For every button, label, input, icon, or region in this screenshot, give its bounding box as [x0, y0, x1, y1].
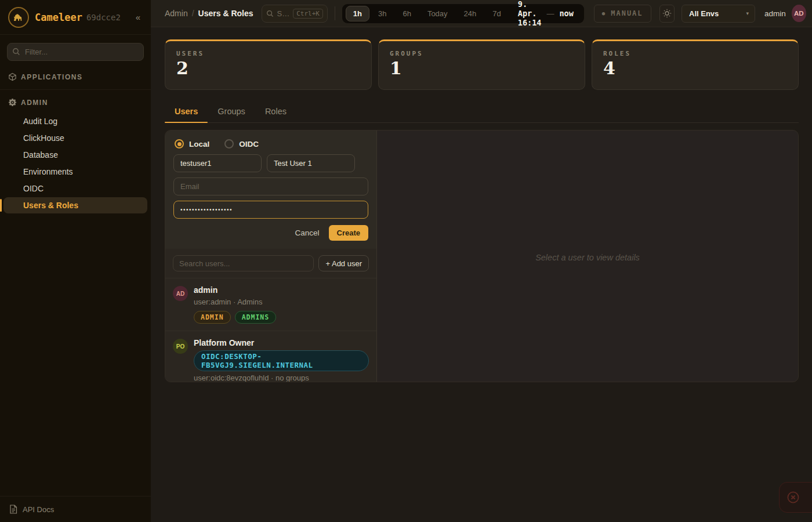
- theme-toggle-button[interactable]: [659, 5, 675, 23]
- main-area: Admin / Users & Roles S… Ctrl+K 1h 3h 6h…: [151, 0, 812, 522]
- status-dot-icon: ●: [602, 10, 606, 16]
- radio-oidc-label: OIDC: [239, 140, 259, 148]
- stat-label: USERS: [176, 50, 360, 57]
- build-hash: 69dcce2: [86, 13, 133, 22]
- users-list-pane: Local OIDC: [165, 130, 377, 382]
- time-range-1h[interactable]: 1h: [346, 6, 369, 21]
- stat-label: GROUPS: [390, 50, 574, 57]
- radio-oidc[interactable]: OIDC: [224, 139, 259, 148]
- time-to: now: [559, 9, 573, 18]
- tabs: Users Groups Roles: [165, 102, 799, 123]
- document-icon: [9, 505, 17, 514]
- user-row-body: Platform Owner OIDC:DESKTOP-FB5VGJ9.SIEG…: [194, 338, 369, 382]
- breadcrumb-separator: /: [192, 9, 194, 18]
- sidebar-item-environments[interactable]: Environments: [3, 164, 147, 180]
- stat-card-users: USERS 2: [165, 39, 372, 90]
- tab-users[interactable]: Users: [165, 102, 208, 122]
- users-panel: Local OIDC: [165, 130, 799, 382]
- tab-roles[interactable]: Roles: [255, 102, 296, 122]
- add-user-button[interactable]: + Add user: [318, 255, 369, 271]
- time-range-24h[interactable]: 24h: [456, 6, 484, 21]
- breadcrumb-page: Users & Roles: [198, 9, 253, 18]
- current-user-name: admin: [764, 9, 786, 18]
- badge-row: ADMIN ADMINS: [194, 311, 276, 324]
- tab-groups[interactable]: Groups: [208, 102, 255, 122]
- display-name-field[interactable]: [267, 154, 355, 172]
- name-fields-row: [173, 154, 368, 172]
- sidebar-collapse-icon[interactable]: «: [133, 11, 143, 23]
- time-range-3h[interactable]: 3h: [371, 6, 394, 21]
- stat-label: ROLES: [603, 50, 787, 57]
- topbar: Admin / Users & Roles S… Ctrl+K 1h 3h 6h…: [151, 0, 812, 27]
- cameleer-logo-icon: [8, 7, 29, 28]
- stat-value: 4: [603, 59, 787, 78]
- username-field[interactable]: [173, 154, 262, 172]
- env-selected-value: All Envs: [689, 9, 719, 18]
- camel-icon: [12, 10, 26, 24]
- search-icon: [12, 48, 20, 56]
- time-range-7d[interactable]: 7d: [485, 6, 508, 21]
- stat-value: 2: [176, 59, 360, 78]
- search-placeholder: S…: [277, 9, 290, 18]
- sun-icon: [662, 9, 672, 18]
- divider: [0, 89, 151, 90]
- section-admin[interactable]: ADMIN: [0, 93, 151, 111]
- create-user-form: Local OIDC: [165, 130, 376, 249]
- sidebar-filter: [7, 43, 144, 61]
- search-shortcut-kbd: Ctrl+K: [293, 9, 323, 19]
- auth-type-radios: Local OIDC: [173, 138, 368, 154]
- user-row-body: admin user:admin · Admins ADMIN ADMINS: [194, 285, 276, 324]
- create-button[interactable]: Create: [329, 225, 368, 241]
- divider: [335, 6, 335, 20]
- time-range-today[interactable]: Today: [420, 6, 455, 21]
- search-users-input[interactable]: [173, 255, 314, 271]
- admin-nav: Audit Log ClickHouse Database Environmen…: [0, 111, 151, 214]
- form-actions: Cancel Create: [173, 225, 368, 241]
- env-selector[interactable]: All Envs ▾: [682, 5, 755, 23]
- user-row-admin[interactable]: AD admin user:admin · Admins ADMIN ADMIN…: [165, 278, 376, 331]
- user-meta: user:admin · Admins: [194, 298, 276, 306]
- cube-icon: [8, 72, 17, 81]
- user-row-platform-owner[interactable]: PO Platform Owner OIDC:DESKTOP-FB5VGJ9.S…: [165, 331, 376, 382]
- app-name: Cameleer: [35, 12, 82, 23]
- gear-icon: [8, 98, 17, 107]
- sidebar-item-users-roles[interactable]: Users & Roles: [3, 197, 147, 213]
- api-docs-link[interactable]: API Docs: [0, 496, 151, 522]
- user-avatar[interactable]: AD: [792, 5, 806, 22]
- avatar: PO: [173, 339, 188, 354]
- empty-state-text: Select a user to view details: [535, 253, 640, 262]
- breadcrumb-section[interactable]: Admin: [165, 9, 188, 18]
- radio-local[interactable]: Local: [175, 139, 209, 148]
- time-range-6h[interactable]: 6h: [395, 6, 418, 21]
- cancel-button[interactable]: Cancel: [295, 229, 320, 237]
- global-search-button[interactable]: S… Ctrl+K: [262, 5, 328, 23]
- stat-card-groups: GROUPS 1: [378, 39, 585, 90]
- sidebar: Cameleer 69dcce2 « APPLICATIONS ADMIN Au…: [0, 0, 151, 522]
- content: USERS 2 GROUPS 1 ROLES 4 Users Groups Ro…: [151, 27, 812, 382]
- section-applications[interactable]: APPLICATIONS: [0, 68, 151, 86]
- avatar: AD: [173, 286, 188, 301]
- radio-unselected-icon: [224, 139, 234, 148]
- absolute-time-range[interactable]: 9. Apr. 16:14 — now: [510, 0, 581, 27]
- sidebar-item-database[interactable]: Database: [3, 147, 147, 163]
- email-field[interactable]: [173, 177, 368, 195]
- filter-input[interactable]: [7, 43, 144, 61]
- stat-card-roles: ROLES 4: [592, 39, 799, 90]
- sidebar-item-oidc[interactable]: OIDC: [3, 180, 147, 197]
- sidebar-item-clickhouse[interactable]: ClickHouse: [3, 130, 147, 146]
- time-range-picker: 1h 3h 6h Today 24h 7d 9. Apr. 16:14 — no…: [342, 4, 584, 23]
- refresh-mode-label: MANUAL: [611, 9, 643, 17]
- sidebar-item-audit-log[interactable]: Audit Log: [3, 113, 147, 129]
- api-docs-label: API Docs: [23, 505, 54, 514]
- breadcrumb: Admin / Users & Roles: [165, 9, 253, 18]
- refresh-mode-button[interactable]: ● MANUAL: [594, 5, 651, 23]
- password-field[interactable]: [173, 201, 368, 219]
- time-from: 9. Apr. 16:14: [518, 0, 542, 27]
- user-list-toolbar: + Add user: [165, 249, 376, 278]
- chevron-down-icon: ▾: [746, 10, 749, 16]
- search-icon: [266, 10, 274, 17]
- close-circle-icon[interactable]: [786, 491, 800, 504]
- group-badge-admins: ADMINS: [235, 311, 277, 324]
- user-detail-pane: Select a user to view details: [377, 130, 798, 382]
- user-name: admin: [194, 285, 276, 296]
